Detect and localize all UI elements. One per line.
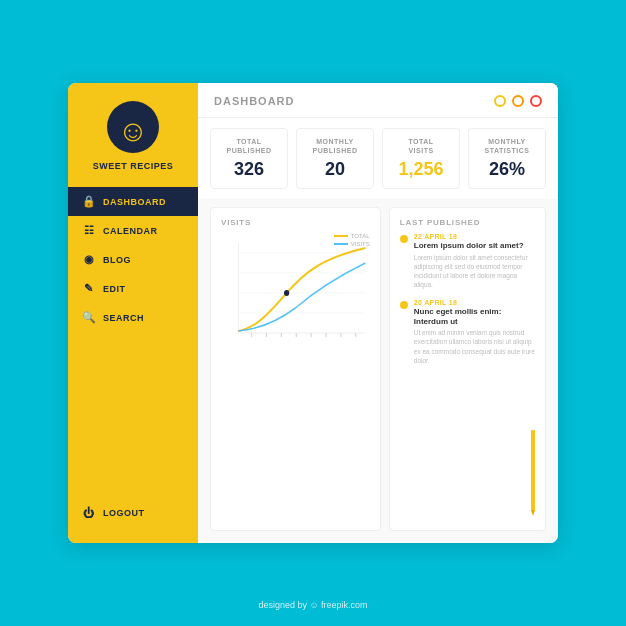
sidebar-item-dashboard[interactable]: 🔒 DASHBOARD [68, 187, 198, 216]
list-item: 20 APRIL 18 Nunc eget mollis enim: Inter… [400, 299, 535, 365]
search-icon: 🔍 [82, 311, 96, 324]
stat-value: 26% [475, 159, 539, 180]
close-button[interactable] [530, 95, 542, 107]
entry-heading: Lorem ipsum dolor sit amet? [414, 241, 535, 251]
stat-monthly-statistics: MONTHLY STATISTICS 26% [468, 128, 546, 189]
sidebar-item-label: BLOG [103, 255, 131, 265]
stat-label: MONTHLY PUBLISHED [303, 137, 367, 155]
entry-text: Ut enim ad minim veniam quis nostrud exe… [414, 328, 535, 364]
avatar: ☺ [107, 101, 159, 153]
sidebar: ☺ SWEET RECIPES 🔒 DASHBOARD ☷ CALENDAR ◉… [68, 83, 198, 543]
sidebar-nav: 🔒 DASHBOARD ☷ CALENDAR ◉ BLOG ✎ EDIT 🔍 S… [68, 187, 198, 332]
logout-icon: ⏻ [82, 507, 96, 519]
stat-monthly-published: MONTHLY PUBLISHED 20 [296, 128, 374, 189]
pencil-decoration [531, 430, 535, 516]
legend-total: TOTAL [334, 233, 370, 239]
visits-panel: VISITS TOTAL VISITS [210, 207, 381, 531]
page-title: DASHBOARD [214, 95, 295, 107]
stats-row: TOTAL PUBLISHED 326 MONTHLY PUBLISHED 20… [198, 118, 558, 199]
entry-dot [400, 301, 408, 309]
main-content: DASHBOARD TOTAL PUBLISHED 326 MONTHLY PU… [198, 83, 558, 543]
legend-label-total: TOTAL [351, 233, 370, 239]
entry-content: 22 APRIL 18 Lorem ipsum dolor sit amet? … [414, 233, 535, 289]
blog-icon: ◉ [82, 253, 96, 266]
footer-text: designed by ☺ freepik.com [258, 600, 367, 610]
bottom-panels: VISITS TOTAL VISITS [198, 199, 558, 543]
legend-line-visits [334, 243, 348, 245]
dashboard-container: ☺ SWEET RECIPES 🔒 DASHBOARD ☷ CALENDAR ◉… [68, 83, 558, 543]
visits-panel-title: VISITS [221, 218, 370, 227]
sidebar-item-search[interactable]: 🔍 SEARCH [68, 303, 198, 332]
pencil-body [531, 430, 535, 510]
maximize-button[interactable] [512, 95, 524, 107]
edit-icon: ✎ [82, 282, 96, 295]
app-name: SWEET RECIPES [93, 161, 174, 171]
last-published-panel: LAST PUBLISHED 22 APRIL 18 Lorem ipsum d… [389, 207, 546, 531]
stat-value: 1,256 [389, 159, 453, 180]
page-footer: designed by ☺ freepik.com [0, 600, 626, 610]
chart-legend: TOTAL VISITS [334, 233, 370, 247]
sidebar-item-edit[interactable]: ✎ EDIT [68, 274, 198, 303]
lock-icon: 🔒 [82, 195, 96, 208]
logout-label: LOGOUT [103, 508, 145, 518]
sidebar-item-label: DASHBOARD [103, 197, 166, 207]
visits-chart [221, 233, 370, 353]
stat-value: 326 [217, 159, 281, 180]
entry-heading: Nunc eget mollis enim: Interdum ut [414, 307, 535, 326]
avatar-section: ☺ SWEET RECIPES [93, 83, 174, 183]
stat-label: TOTAL PUBLISHED [217, 137, 281, 155]
sidebar-item-label: SEARCH [103, 313, 144, 323]
stat-total-published: TOTAL PUBLISHED 326 [210, 128, 288, 189]
sidebar-item-calendar[interactable]: ☷ CALENDAR [68, 216, 198, 245]
legend-visits: VISITS [334, 241, 370, 247]
chart-area: TOTAL VISITS [221, 233, 370, 524]
sidebar-item-label: EDIT [103, 284, 126, 294]
entry-dot [400, 235, 408, 243]
legend-line-total [334, 235, 348, 237]
logout-button[interactable]: ⏻ LOGOUT [68, 499, 198, 527]
sidebar-item-label: CALENDAR [103, 226, 158, 236]
minimize-button[interactable] [494, 95, 506, 107]
sidebar-item-blog[interactable]: ◉ BLOG [68, 245, 198, 274]
stat-label: TOTAL VISITS [389, 137, 453, 155]
entry-date: 22 APRIL 18 [414, 233, 535, 240]
stat-label: MONTHLY STATISTICS [475, 137, 539, 155]
logout-section: ⏻ LOGOUT [68, 499, 198, 543]
last-published-title: LAST PUBLISHED [400, 218, 535, 227]
calendar-icon: ☷ [82, 224, 96, 237]
entry-content: 20 APRIL 18 Nunc eget mollis enim: Inter… [414, 299, 535, 365]
stat-total-visits: TOTAL VISITS 1,256 [382, 128, 460, 189]
header: DASHBOARD [198, 83, 558, 118]
pencil-tip [531, 510, 535, 516]
legend-label-visits: VISITS [351, 241, 370, 247]
last-published-entries: 22 APRIL 18 Lorem ipsum dolor sit amet? … [400, 233, 535, 524]
user-icon: ☺ [118, 116, 149, 146]
stat-value: 20 [303, 159, 367, 180]
list-item: 22 APRIL 18 Lorem ipsum dolor sit amet? … [400, 233, 535, 289]
svg-point-14 [284, 290, 289, 296]
entry-date: 20 APRIL 18 [414, 299, 535, 306]
window-controls [494, 95, 542, 107]
entry-text: Lorem ipsum dolor sit amet consectetur a… [414, 253, 535, 289]
